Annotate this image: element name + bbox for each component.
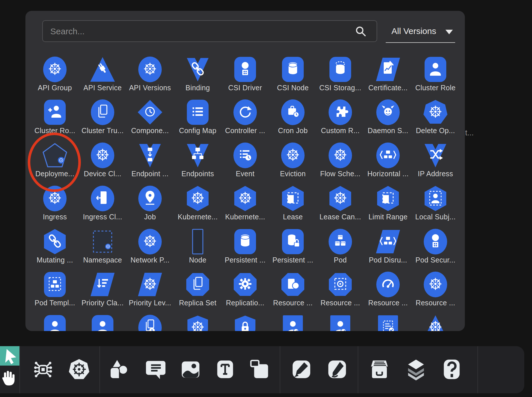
component-status-icon xyxy=(137,99,163,125)
library-item-custom-resource-definition[interactable]: Custom R... xyxy=(317,99,363,135)
replica-set-icon xyxy=(185,272,211,297)
library-item-persistent-volume[interactable]: Persistent ... xyxy=(222,229,268,264)
search-input[interactable] xyxy=(50,21,351,42)
library-item-job[interactable]: Job xyxy=(127,186,173,221)
library-item-limit-range[interactable]: Limit Range xyxy=(365,186,411,221)
library-item-kubernetes-2[interactable]: Kubernete... xyxy=(222,186,268,221)
library-item-eviction[interactable]: Eviction xyxy=(270,143,316,178)
csi-node-icon xyxy=(280,57,306,82)
library-item-partial-5[interactable] xyxy=(222,315,268,331)
library-item-lease-candidate[interactable]: Lease Can... xyxy=(317,186,363,221)
library-item-horizontal-pod-autoscaler[interactable]: Horizontal ... xyxy=(365,143,411,178)
note-tool-button[interactable] xyxy=(249,358,271,382)
library-item-csi-driver[interactable]: CSI Driver xyxy=(222,57,268,92)
library-item-partial-4[interactable] xyxy=(175,315,221,331)
library-item-priority-class[interactable]: Priority Cla... xyxy=(80,272,125,307)
library-item-endpoint-slice[interactable]: Endpoint ... xyxy=(127,143,173,178)
library-item-resource-slice[interactable]: Resource ... xyxy=(413,272,458,307)
comment-tool-button[interactable] xyxy=(145,358,167,382)
kubernetes-library-icon xyxy=(68,358,90,380)
library-item-cluster-role[interactable]: Cluster Role xyxy=(413,57,458,92)
library-item-label: Resource ... xyxy=(413,299,458,307)
library-item-kubernetes-1[interactable]: Kubernete... xyxy=(175,186,221,221)
pen-tool-button[interactable] xyxy=(290,358,313,382)
shapes-tool-button[interactable] xyxy=(108,358,131,382)
node-icon xyxy=(185,229,211,254)
library-item-namespace[interactable]: Namespace xyxy=(80,229,125,264)
layers-tool-button[interactable] xyxy=(405,358,427,382)
toolbar-divider xyxy=(99,346,100,393)
library-item-component-status[interactable]: Compone... xyxy=(127,99,173,135)
library-item-partial-9[interactable] xyxy=(413,315,458,331)
library-item-resource-claim-template[interactable]: Resource ... xyxy=(317,272,363,307)
image-tool-button[interactable] xyxy=(179,358,202,382)
pencil-icon xyxy=(326,358,348,380)
help-tool-button[interactable] xyxy=(441,358,463,382)
library-item-partial-8[interactable] xyxy=(365,315,411,331)
library-item-pod-template[interactable]: Pod Templ... xyxy=(32,272,78,307)
library-item-csi-node[interactable]: CSI Node xyxy=(270,57,316,92)
library-item-cluster-trust-bundle[interactable]: Cluster Tru... xyxy=(80,99,125,135)
library-item-binding[interactable]: Binding xyxy=(175,57,221,92)
select-tool-button[interactable] xyxy=(0,346,19,366)
library-item-deployment[interactable]: Deployme... xyxy=(32,143,78,178)
library-item-api-service[interactable]: API Service xyxy=(80,57,125,92)
library-item-cron-job[interactable]: Cron Job xyxy=(270,99,316,135)
library-item-api-versions[interactable]: API Versions xyxy=(127,57,173,92)
library-item-flow-schema[interactable]: Flow Sche... xyxy=(317,143,363,178)
library-item-ingress[interactable]: Ingress xyxy=(32,186,78,221)
library-item-label: Device Cl... xyxy=(80,170,125,178)
library-item-label: IP Address xyxy=(413,170,458,178)
library-item-ip-address[interactable]: IP Address xyxy=(413,143,458,178)
library-item-priority-level-configuration[interactable]: Priority Lev... xyxy=(127,272,173,307)
library-item-resource-claim[interactable]: Resource ... xyxy=(270,272,316,307)
library-item-pod-security-policy[interactable]: Pod Secur... xyxy=(413,229,458,264)
library-item-partial-1[interactable] xyxy=(32,315,78,331)
library-item-local-subject-access-review[interactable]: Local Subj... xyxy=(413,186,458,221)
library-item-replication-controller[interactable]: Replicatio... xyxy=(222,272,268,307)
library-item-pod-disruption-budget[interactable]: Pod Disru... xyxy=(365,229,411,264)
library-item-delete-options[interactable]: Delete Op... xyxy=(413,99,458,135)
library-item-controller-revision[interactable]: Controller ... xyxy=(222,99,268,135)
priority-class-icon xyxy=(90,272,115,297)
version-filter-value: All Versions xyxy=(391,26,436,36)
version-filter-dropdown[interactable]: All Versions xyxy=(386,21,455,43)
library-item-node[interactable]: Node xyxy=(175,229,221,264)
library-item-resource-quota[interactable]: Resource ... xyxy=(365,272,411,307)
library-item-ingress-class[interactable]: Ingress Cl... xyxy=(80,186,125,221)
kubernetes-library-tool-button[interactable] xyxy=(68,358,90,382)
library-item-csi-storage-capacity[interactable]: CSI Storag... xyxy=(317,57,363,92)
library-item-lease[interactable]: Lease xyxy=(270,186,316,221)
library-item-persistent-volume-claim[interactable]: Persistent ... xyxy=(270,229,316,264)
network-diagram-tool-button[interactable] xyxy=(32,358,54,382)
shapes-icon xyxy=(108,358,131,380)
text-tool-button[interactable] xyxy=(214,358,236,382)
library-item-device-class[interactable]: Device Cl... xyxy=(80,143,125,178)
lease-candidate-icon xyxy=(327,186,353,211)
library-item-pod[interactable]: Pod xyxy=(317,229,363,264)
library-item-daemon-set[interactable]: Daemon S... xyxy=(365,99,411,135)
hand-tool-button[interactable] xyxy=(0,370,16,387)
library-item-replica-set[interactable]: Replica Set xyxy=(175,272,221,307)
library-item-network-policy[interactable]: Network P... xyxy=(127,229,173,264)
library-item-label: Priority Lev... xyxy=(127,299,173,307)
chevron-down-icon xyxy=(445,30,453,34)
library-item-endpoints[interactable]: Endpoints xyxy=(175,143,221,178)
pencil-tool-button[interactable] xyxy=(326,358,348,382)
library-item-event[interactable]: Event xyxy=(222,143,268,178)
eviction-icon xyxy=(280,143,306,168)
mutating-webhook-configuration-icon xyxy=(42,229,68,254)
library-item-label: Replica Set xyxy=(175,299,221,307)
library-item-config-map[interactable]: Config Map xyxy=(175,99,221,135)
library-item-partial-6[interactable] xyxy=(270,315,316,331)
library-item-cluster-role-binding[interactable]: Cluster Ro... xyxy=(32,99,78,135)
library-item-api-group[interactable]: API Group xyxy=(32,57,78,92)
library-item-mutating-webhook-configuration[interactable]: Mutating ... xyxy=(32,229,78,264)
archive-tool-button[interactable] xyxy=(368,358,391,382)
library-item-partial-3[interactable] xyxy=(127,315,173,331)
partial-1-icon xyxy=(42,315,68,331)
api-group-icon xyxy=(42,57,68,82)
library-item-partial-7[interactable] xyxy=(317,315,363,331)
library-item-certificate-signing-request[interactable]: Certificate... xyxy=(365,57,411,92)
library-item-partial-2[interactable] xyxy=(80,315,125,331)
